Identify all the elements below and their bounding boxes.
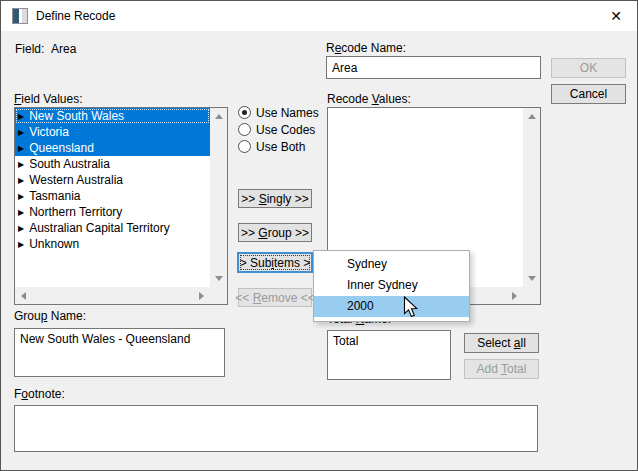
field-value: Area	[51, 42, 76, 56]
triangle-right-icon: ▶	[18, 192, 24, 201]
menu-item[interactable]: 2000	[314, 296, 469, 317]
app-icon	[12, 8, 28, 24]
list-item[interactable]: ▶Australian Capital Territory	[15, 220, 210, 236]
arrow-right-icon	[512, 292, 517, 300]
scroll-down-button[interactable]	[210, 270, 227, 287]
subitems-button[interactable]: > Subitems >	[237, 252, 313, 273]
close-icon: ✕	[610, 8, 622, 24]
arrow-up-icon	[528, 114, 536, 119]
triangle-right-icon: ▶	[18, 208, 24, 217]
list-item[interactable]: ▶Unknown	[15, 236, 210, 252]
list-item[interactable]: ▶South Australia	[15, 156, 210, 172]
list-item[interactable]: Total	[333, 334, 358, 348]
triangle-right-icon: ▶	[18, 144, 24, 153]
remove-button[interactable]: << Remove <<	[238, 288, 312, 307]
total-name-listbox[interactable]: Total	[327, 330, 451, 380]
footnote-box[interactable]	[14, 405, 538, 452]
radio-unselected-icon	[238, 140, 251, 153]
menu-item[interactable]: Sydney	[314, 254, 469, 275]
list-item[interactable]: ▶Queensland	[15, 140, 210, 156]
recode-values-label: Recode Values:	[327, 92, 411, 106]
vertical-scrollbar[interactable]	[523, 108, 540, 287]
singly-button[interactable]: >> Singly >>	[238, 189, 312, 208]
recode-name-label: Recode Name:	[326, 41, 406, 55]
recode-name-input[interactable]	[326, 56, 541, 79]
radio-use-both[interactable]: Use Both	[238, 139, 305, 154]
field-label: Field: Area	[15, 42, 76, 56]
triangle-right-icon: ▶	[18, 176, 24, 185]
footnote-label: Footnote:	[14, 387, 65, 401]
field-values-listbox[interactable]: ▶New South Wales ▶Victoria ▶Queensland ▶…	[14, 107, 228, 305]
title-bar: Define Recode ✕	[1, 1, 637, 31]
field-values-label: Field Values:	[14, 92, 83, 106]
scroll-down-button[interactable]	[523, 270, 540, 287]
triangle-right-icon: ▶	[18, 224, 24, 233]
arrow-down-icon	[528, 276, 536, 281]
scrollbar-corner	[210, 287, 227, 304]
list-item[interactable]: ▶Victoria	[15, 124, 210, 140]
triangle-right-icon: ▶	[18, 240, 24, 249]
close-button[interactable]: ✕	[595, 1, 637, 30]
select-all-button[interactable]: Select all	[464, 333, 539, 353]
group-button[interactable]: >> Group >>	[238, 223, 312, 242]
scroll-left-button[interactable]	[15, 287, 32, 304]
list-item[interactable]: ▶Western Australia	[15, 172, 210, 188]
arrow-down-icon	[215, 276, 223, 281]
radio-use-codes[interactable]: Use Codes	[238, 122, 315, 137]
radio-use-names[interactable]: Use Names	[238, 105, 319, 120]
radio-selected-icon	[238, 106, 251, 119]
menu-item[interactable]: Inner Sydney	[314, 275, 469, 296]
triangle-right-icon: ▶	[18, 112, 24, 121]
add-total-button[interactable]: Add Total	[464, 359, 539, 379]
scroll-up-button[interactable]	[210, 108, 227, 125]
define-recode-dialog: Define Recode ✕ Field: Area Recode Name:…	[0, 0, 638, 471]
list-item[interactable]: ▶New South Wales	[15, 108, 210, 124]
window-title: Define Recode	[36, 1, 115, 31]
scroll-up-button[interactable]	[523, 108, 540, 125]
triangle-right-icon: ▶	[18, 128, 24, 137]
scroll-right-button[interactable]	[506, 287, 523, 304]
list-item[interactable]: ▶Northern Territory	[15, 204, 210, 220]
subitems-menu: Sydney Inner Sydney 2000	[313, 250, 470, 322]
ok-button[interactable]: OK	[551, 58, 626, 78]
group-name-label: Group Name:	[14, 309, 86, 323]
triangle-right-icon: ▶	[18, 160, 24, 169]
vertical-scrollbar[interactable]	[210, 108, 227, 287]
scrollbar-corner	[523, 287, 540, 304]
group-name-box[interactable]: New South Wales - Queensland	[14, 328, 225, 377]
radio-unselected-icon	[238, 123, 251, 136]
arrow-right-icon	[199, 292, 204, 300]
list-item[interactable]: ▶Tasmania	[15, 188, 210, 204]
scroll-right-button[interactable]	[193, 287, 210, 304]
arrow-up-icon	[215, 114, 223, 119]
cancel-button[interactable]: Cancel	[551, 84, 626, 104]
mouse-cursor-icon	[403, 296, 419, 322]
arrow-left-icon	[21, 292, 26, 300]
horizontal-scrollbar[interactable]	[15, 287, 210, 304]
field-values-items: ▶New South Wales ▶Victoria ▶Queensland ▶…	[15, 108, 210, 287]
